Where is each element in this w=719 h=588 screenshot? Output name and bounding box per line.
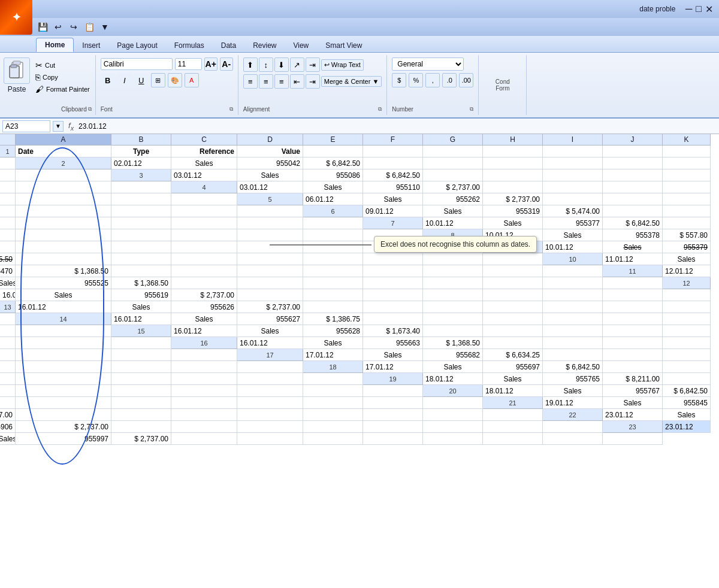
cell-H13[interactable] xyxy=(543,301,603,313)
cell-c12[interactable]: 955619 xyxy=(111,289,171,301)
cell-d12[interactable]: $ 2,737.00 xyxy=(171,289,237,301)
cell-c20[interactable]: 955767 xyxy=(603,385,663,397)
cell-b14[interactable]: Sales xyxy=(171,313,237,325)
cell-d16[interactable]: $ 1,368.50 xyxy=(423,337,483,349)
cell-K1[interactable] xyxy=(0,157,16,169)
tab-data[interactable]: Data xyxy=(213,39,244,52)
dropdown-qa-btn[interactable]: ▼ xyxy=(98,20,111,34)
cell-D9[interactable] xyxy=(16,253,111,265)
increase-indent-button[interactable]: ⇥ xyxy=(306,74,320,89)
cell-E4[interactable] xyxy=(543,181,603,193)
cell-a12[interactable]: 16.01.12 xyxy=(0,289,16,301)
cell-b8[interactable]: Sales xyxy=(543,229,603,241)
cell-a4[interactable]: 03.01.12 xyxy=(237,181,303,193)
cell-b5[interactable]: Sales xyxy=(363,193,423,205)
cell-b19[interactable]: Sales xyxy=(483,373,543,385)
cell-d23[interactable]: $ 2,737.00 xyxy=(111,433,171,445)
cell-d11[interactable]: $ 1,368.50 xyxy=(111,277,171,289)
cell-c14[interactable]: 955627 xyxy=(237,313,303,325)
cell-c8[interactable]: 955378 xyxy=(603,229,663,241)
cell-H10[interactable] xyxy=(363,265,423,277)
cell-G18[interactable] xyxy=(16,373,111,385)
cell-d7[interactable]: $ 6,842.50 xyxy=(603,217,663,229)
cell-I14[interactable] xyxy=(663,313,711,325)
cell-K4[interactable] xyxy=(171,193,237,205)
cell-H16[interactable] xyxy=(0,349,16,361)
col-header-A[interactable]: A xyxy=(16,134,111,146)
cell-H5[interactable] xyxy=(16,205,111,217)
alignment-expand-icon[interactable]: ⧉ xyxy=(378,106,382,113)
cell-E8[interactable] xyxy=(16,241,111,253)
cell-K10[interactable] xyxy=(543,265,603,277)
cell-K6[interactable] xyxy=(303,217,363,229)
cell-F20[interactable] xyxy=(111,397,171,409)
cell-D11[interactable] xyxy=(171,277,237,289)
cell-d14[interactable]: $ 1,386.75 xyxy=(303,313,363,325)
cell-H12[interactable] xyxy=(483,289,543,301)
cell-E17[interactable] xyxy=(603,349,663,361)
cell-F18[interactable] xyxy=(0,373,16,385)
cell-d22[interactable]: $ 2,737.00 xyxy=(16,421,111,433)
align-left-button[interactable]: ≡ xyxy=(243,74,258,89)
cell-a10[interactable]: 11.01.12 xyxy=(603,253,663,265)
col-header-J[interactable]: J xyxy=(603,134,663,146)
cell-c2[interactable]: 955042 xyxy=(237,157,303,169)
cell-F5[interactable] xyxy=(663,193,711,205)
col-header-F[interactable]: F xyxy=(363,134,423,146)
cell-a16[interactable]: 16.01.12 xyxy=(237,337,303,349)
cell-a14[interactable]: 16.01.12 xyxy=(111,313,171,325)
row-number-7[interactable]: 7 xyxy=(363,217,423,229)
cell-E12[interactable] xyxy=(303,289,363,301)
cell-d15[interactable]: $ 1,673.40 xyxy=(363,325,423,337)
cell-H1[interactable] xyxy=(543,146,603,157)
row-number-21[interactable]: 21 xyxy=(483,397,543,409)
cell-I12[interactable] xyxy=(543,289,603,301)
cell-c11[interactable]: 955525 xyxy=(16,277,111,289)
row-number-16[interactable]: 16 xyxy=(171,337,237,349)
cell-K2[interactable] xyxy=(16,169,111,181)
cell-J2[interactable] xyxy=(0,169,16,181)
minimize-btn[interactable]: ─ xyxy=(685,4,692,14)
cell-F19[interactable] xyxy=(16,385,111,397)
cell-d1[interactable]: Value xyxy=(237,146,303,157)
cell-F14[interactable] xyxy=(483,313,543,325)
row-number-20[interactable]: 20 xyxy=(423,385,483,397)
cell-b17[interactable]: Sales xyxy=(363,349,423,361)
cell-E11[interactable] xyxy=(237,277,303,289)
cell-c21[interactable]: 955845 xyxy=(663,397,711,409)
office-button[interactable]: ✦ xyxy=(0,0,32,35)
cell-c18[interactable]: 955697 xyxy=(483,361,543,373)
cell-G22[interactable] xyxy=(303,421,363,433)
cell-E9[interactable] xyxy=(111,253,171,265)
cell-I6[interactable] xyxy=(171,217,237,229)
cell-d8[interactable]: $ 557.80 xyxy=(663,229,711,241)
cell-b7[interactable]: Sales xyxy=(483,217,543,229)
row-number-3[interactable]: 3 xyxy=(111,169,171,181)
cell-b13[interactable]: Sales xyxy=(111,301,171,313)
cell-H11[interactable] xyxy=(423,277,483,289)
cell-G15[interactable] xyxy=(603,325,663,337)
row-number-15[interactable]: 15 xyxy=(111,325,171,337)
cell-D12[interactable] xyxy=(237,289,303,301)
cell-F22[interactable] xyxy=(237,421,303,433)
row-number-18[interactable]: 18 xyxy=(303,361,363,373)
cell-J12[interactable] xyxy=(603,289,663,301)
close-btn[interactable]: ✕ xyxy=(705,4,713,15)
cell-G20[interactable] xyxy=(171,397,237,409)
cell-G23[interactable] xyxy=(363,433,423,445)
cell-I17[interactable] xyxy=(111,361,171,373)
cell-J19[interactable] xyxy=(303,385,363,397)
cell-b18[interactable]: Sales xyxy=(423,361,483,373)
tab-smart-view[interactable]: Smart View xyxy=(317,39,370,52)
cell-D19[interactable] xyxy=(663,373,711,385)
tab-insert[interactable]: Insert xyxy=(74,39,108,52)
cell-I19[interactable] xyxy=(237,385,303,397)
row-number-13[interactable]: 13 xyxy=(0,301,16,313)
col-header-I[interactable]: I xyxy=(543,134,603,146)
cell-a9[interactable]: 10.01.12 xyxy=(543,241,603,253)
align-top-button[interactable]: ⬆ xyxy=(243,57,258,72)
cell-c4[interactable]: 955110 xyxy=(363,181,423,193)
cell-K11[interactable] xyxy=(603,277,663,289)
bold-button[interactable]: B xyxy=(101,73,115,87)
cell-I1[interactable] xyxy=(603,146,663,157)
